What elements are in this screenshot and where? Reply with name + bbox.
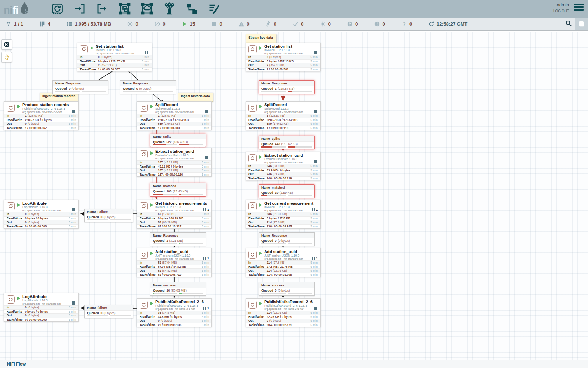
queued-size: (0 bytes) (139, 87, 152, 90)
stat-label: Read/Write (140, 217, 158, 220)
queued-count: 0 (275, 239, 277, 243)
stat-value: 167 (158, 161, 163, 164)
processor-card[interactable]: Extract station_uuid EvaluateJsonPath 1.… (137, 148, 212, 177)
processor-tool-icon[interactable] (51, 2, 64, 15)
stat-row: Read/Write0 bytes / 457.13 KB5 min (246, 59, 320, 63)
queued-size: (2.59 KB) (280, 191, 293, 195)
stat-value: 214 / 00:00:01.098 (267, 273, 292, 277)
queued-size: (0 bytes) (278, 239, 290, 243)
stat-row: Tasks/Time0 / 00:00:00.0005 min (4, 318, 78, 322)
processor-card[interactable]: LogAttribute LogAttribute 1.16.3 org.apa… (4, 293, 79, 322)
processor-card[interactable]: Get station list InvokeHTTP 1.16.3 org.a… (246, 43, 321, 71)
refresh-status[interactable]: 12:58:27 GMT (428, 21, 468, 27)
processor-stats: In214(22.75 KB)5 minRead/Write22.75 KB /… (246, 311, 320, 327)
processor-bundle: org.apache.nifi - nifi-standard-nar (155, 157, 211, 160)
processor-card[interactable]: SplitRecord SplitRecord 1.16.3 org.apach… (137, 101, 212, 130)
navigate-palette-button[interactable] (1, 39, 12, 50)
operate-palette-button[interactable] (1, 52, 12, 62)
stat-row: Tasks/Time1 / 00:00:00.0675 min (4, 126, 78, 130)
funnel-tool-icon[interactable] (163, 2, 176, 15)
processor-type: LogAttribute 1.16.3 (22, 299, 78, 302)
connection-label[interactable]: NameResponse Queued2(3.25 MB) (150, 232, 206, 246)
processor-card[interactable]: Get current measurement InvokeHTTP 1.16.… (246, 200, 321, 229)
birdseye-toggle-icon[interactable] (575, 18, 588, 30)
processor-card[interactable]: Add station_uuid JoltTransformJSON 1.16.… (137, 248, 212, 277)
stat-window: 5 min (142, 68, 149, 71)
name-key: Name (153, 135, 162, 138)
input-port-tool-icon[interactable] (74, 2, 86, 15)
queue-count-bar (261, 195, 286, 196)
stat-label: Tasks/Time (248, 68, 267, 71)
stat-value: 0 (267, 319, 268, 322)
connection-label[interactable]: NameFailure Queued0(0 bytes) (84, 209, 133, 222)
connection-label[interactable]: NameResponse Queued0(0 bytes) (120, 80, 176, 94)
connection-label[interactable]: Namesuccess Queued16(50.03 MB) (150, 282, 206, 296)
processor-name: Extract station_uuid (264, 152, 320, 157)
flow-label[interactable]: Ingest historic data (178, 93, 213, 102)
queued-key: Queued (153, 239, 165, 243)
processor-card[interactable]: PublishKafkaRecord_2_6 PublishKafkaRecor… (137, 298, 212, 327)
stat-window: 5 min (310, 323, 318, 327)
queued-count: 2 (167, 239, 168, 243)
connection-label[interactable]: Namesuccess Queued0(0 bytes) (259, 282, 315, 296)
stat-window: 5 min (202, 220, 209, 224)
queue-count-bar (153, 144, 177, 145)
queue-progress-bars (259, 146, 314, 149)
process-group-tool-icon[interactable] (118, 2, 131, 15)
threads-mini-icon (72, 208, 75, 211)
stat-value: 0 bytes / 0 bytes (25, 217, 48, 220)
processor-card[interactable]: SplitRecord SplitRecord 1.16.3 org.apach… (246, 101, 321, 130)
connection-label[interactable]: NameResponse Queued0(0 bytes) (52, 80, 108, 94)
processor-card[interactable]: Get historic measurements InvokeHTTP 1.1… (137, 200, 212, 229)
connection-label[interactable]: Namematched Queued100(25.43 KB) (150, 183, 206, 197)
connection-name-row: NameFailure (85, 209, 133, 214)
stat-label: In (140, 212, 158, 216)
remote-process-group-tool-icon[interactable] (141, 2, 153, 15)
processor-card[interactable]: Extract station_uuid EvaluateJsonPath 1.… (246, 152, 321, 180)
flow-canvas[interactable]: Ingest station recordsIngest historic da… (0, 32, 588, 360)
running-status-icon (259, 252, 262, 255)
stat-label: Tasks/Time (140, 126, 158, 130)
stat-value: 0 bytes / 27.8 KB (267, 217, 290, 220)
processor-card[interactable]: Add station_uuid JoltTransformJSON 1.16.… (246, 248, 321, 277)
stat-label: Tasks/Time (248, 273, 267, 277)
processor-card[interactable]: Produce station records PublishKafkaReco… (4, 101, 79, 130)
queued-size: (3.25 MB) (169, 239, 183, 243)
processor-card[interactable]: Get station list InvokeHTTP 1.16.3 org.a… (77, 43, 152, 71)
processor-name: SplitRecord (264, 102, 320, 107)
breadcrumb[interactable]: NiFi Flow (7, 362, 26, 367)
flow-label[interactable]: Stream live-data (246, 34, 276, 43)
search-icon[interactable] (561, 20, 575, 28)
stat-label: Tasks/Time (80, 68, 98, 71)
stat-window: 5 min (202, 114, 209, 117)
connection-label[interactable]: Namesplits Queued522(136.4 KB) (150, 134, 206, 147)
processor-icon (140, 104, 148, 112)
processor-card[interactable]: PublishKafkaRecord_2_6 PublishKafkaRecor… (246, 298, 321, 327)
stat-row: Out167(43.12 KB)5 min (137, 168, 211, 172)
queue-progress-bars (259, 293, 314, 295)
invalid-status: 0 (238, 21, 250, 27)
active-threads-badge (72, 110, 76, 113)
connection-label[interactable]: NameResponse Queued0(0 bytes) (259, 232, 315, 246)
template-tool-icon[interactable] (186, 2, 198, 15)
processor-stats: In0(0 bytes)5 minRead/Write0 bytes / 457… (246, 55, 320, 71)
queued-size: (50.03 MB) (171, 289, 187, 292)
connection-label[interactable]: Namematched Queued10(2.59 KB) (259, 184, 315, 198)
connection-label[interactable]: Namefailure Queued0(0 bytes) (84, 305, 133, 318)
connection-name-row: NameResponse (53, 81, 108, 86)
output-port-tool-icon[interactable] (96, 2, 108, 15)
stat-window: 5 min (69, 318, 76, 321)
queued-size: (115.62 KB) (281, 142, 298, 146)
connection-queued-row: Queued0(0 bytes) (85, 214, 133, 219)
connection-label[interactable]: Namesplits Queued443(115.62 KB) (259, 136, 315, 149)
stat-window: 5 min (202, 319, 209, 322)
global-menu-icon[interactable] (574, 2, 584, 12)
processor-card[interactable]: LogAttribute LogAttribute 1.16.3 org.apa… (4, 200, 79, 229)
stat-label: Read/Write (140, 315, 158, 319)
processor-type: SplitRecord 1.16.3 (155, 107, 211, 110)
connection-label[interactable]: NameResponse Queued1(228.57 KB) (259, 80, 315, 94)
logout-link[interactable]: LOG OUT (553, 9, 569, 13)
label-tool-icon[interactable] (208, 2, 220, 15)
threads-mini-icon (203, 257, 206, 260)
stat-value: 1 (25, 114, 27, 117)
